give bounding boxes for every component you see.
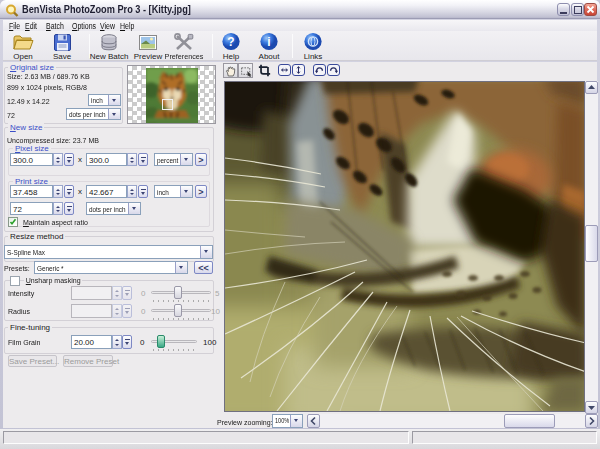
svg-text:i: i: [267, 35, 270, 49]
svg-text:?: ?: [227, 35, 234, 49]
